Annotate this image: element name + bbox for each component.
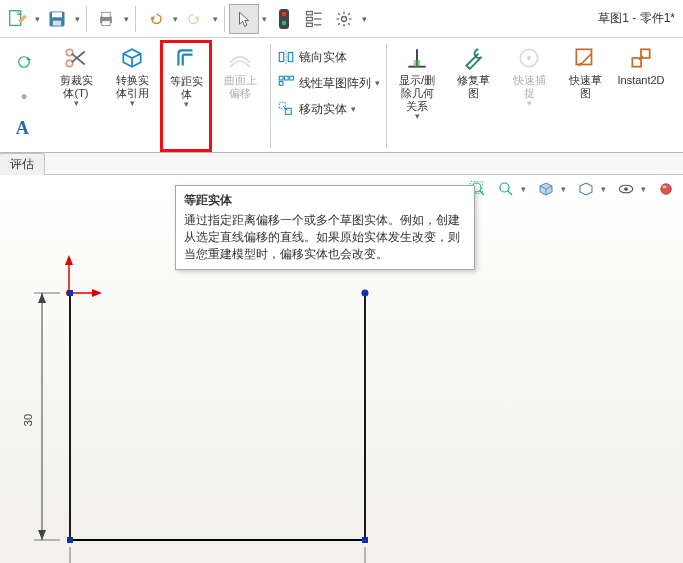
move-dropdown[interactable]: ▾ [351, 104, 356, 114]
separator [386, 44, 387, 148]
transform-stack: 镜向实体 线性草图阵列 ▾ 移动实体 ▾ [273, 40, 384, 152]
pattern-label: 线性草图阵列 [299, 75, 371, 92]
traffic-light-icon[interactable] [269, 4, 299, 34]
mirror-icon [277, 48, 295, 66]
surface-offset-icon [226, 44, 254, 72]
snap-icon [515, 44, 543, 72]
save-dropdown[interactable]: ▾ [72, 14, 82, 24]
repair-col: 修复草 图 [445, 40, 501, 152]
svg-line-23 [338, 13, 340, 15]
trim-col: 剪裁实 体(T) [48, 40, 104, 152]
small-tools-col: ● A [0, 40, 48, 152]
svg-line-33 [72, 52, 85, 63]
instant2d-col: Instant2D [613, 40, 669, 152]
surface-offset-label: 曲面上 偏移 [224, 74, 257, 100]
redo-button[interactable] [180, 4, 210, 34]
offset-label: 等距实 体 [170, 75, 203, 101]
convert-dropdown[interactable] [130, 100, 135, 108]
endpoint[interactable] [362, 537, 368, 543]
repair-sketch-button[interactable]: 修复草 图 [449, 42, 497, 102]
settings-button[interactable] [329, 4, 359, 34]
endpoint[interactable] [362, 290, 369, 297]
convert-label: 转换实 体引用 [116, 74, 149, 100]
new-dropdown[interactable]: ▾ [32, 14, 42, 24]
tooltip-offset-entities: 等距实体 通过指定距离偏移一个或多个草图实体。例如，创建从选定直线偏移的直线。如… [175, 185, 475, 270]
endpoint[interactable] [67, 290, 73, 296]
svg-marker-8 [195, 16, 200, 21]
convert-col: 转换实 体引用 [104, 40, 160, 152]
offset-entities-button[interactable]: 等距实 体 [163, 43, 209, 111]
svg-rect-14 [307, 23, 313, 26]
showrel-col: 显示/删 除几何 关系 [389, 40, 445, 152]
convert-entities-button[interactable]: 转换实 体引用 [108, 42, 156, 110]
separator [270, 44, 271, 148]
wrench-icon [459, 44, 487, 72]
svg-marker-7 [151, 16, 156, 21]
endpoint[interactable] [67, 537, 73, 543]
linear-pattern-button[interactable]: 线性草图阵列 ▾ [277, 72, 380, 94]
scissors-icon [62, 44, 90, 72]
show-delete-relations-button[interactable]: 显示/删 除几何 关系 [393, 42, 441, 123]
move-entities-button[interactable]: 移动实体 ▾ [277, 98, 380, 120]
svg-point-18 [342, 16, 347, 21]
offset-col-highlighted: 等距实 体 [160, 40, 212, 152]
undo-button[interactable] [140, 4, 170, 34]
offset-icon [172, 45, 200, 73]
quicksnap-col: 快速捕 捉 [501, 40, 557, 152]
undo-dropdown[interactable]: ▾ [170, 14, 180, 24]
form-icon[interactable] [299, 4, 329, 34]
svg-point-10 [282, 11, 287, 16]
sketch-lines[interactable] [70, 293, 365, 540]
svg-rect-6 [102, 20, 110, 25]
ribbon: ● A 剪裁实 体(T) 转换实 体引用 等距实 体 曲面上 偏移 [0, 38, 683, 153]
mirror-entities-button[interactable]: 镜向实体 [277, 46, 380, 68]
svg-rect-39 [290, 76, 294, 80]
showrel-dropdown[interactable] [415, 113, 420, 121]
dot-icon[interactable]: ● [20, 89, 27, 103]
svg-rect-35 [288, 53, 293, 62]
new-button[interactable] [2, 4, 32, 34]
svg-line-32 [72, 54, 85, 65]
repair-label: 修复草 图 [457, 74, 490, 100]
showrel-label: 显示/删 除几何 关系 [399, 74, 435, 113]
dimension-height[interactable]: 30 [22, 293, 60, 540]
trim-entities-button[interactable]: 剪裁实 体(T) [52, 42, 100, 110]
select-button[interactable] [229, 4, 259, 34]
document-title: 草图1 - 零件1* [598, 10, 675, 27]
circle-arrow-icon[interactable] [15, 53, 33, 71]
dimension-width[interactable]: 40 [70, 547, 365, 563]
print-dropdown[interactable]: ▾ [121, 14, 131, 24]
dim-height-value: 30 [22, 414, 34, 426]
quick-sketch-button[interactable]: 快速草 图 [561, 42, 609, 102]
settings-dropdown[interactable]: ▾ [359, 14, 369, 24]
trim-dropdown[interactable] [74, 100, 79, 108]
text-tool-icon[interactable]: A [13, 116, 35, 138]
svg-rect-12 [307, 11, 313, 14]
instant2d-icon [627, 44, 655, 72]
svg-rect-13 [307, 17, 313, 20]
cube-icon [118, 44, 146, 72]
tooltip-body: 通过指定距离偏移一个或多个草图实体。例如，创建从选定直线偏移的直线。如果原始实体… [184, 212, 466, 263]
separator [86, 6, 87, 32]
separator [135, 6, 136, 32]
separator [224, 6, 225, 32]
instant2d-button[interactable]: Instant2D [617, 42, 665, 89]
move-icon [277, 100, 295, 118]
pattern-icon [277, 74, 295, 92]
svg-rect-38 [285, 76, 289, 80]
print-button[interactable] [91, 4, 121, 34]
svg-rect-37 [279, 76, 283, 80]
move-label: 移动实体 [299, 101, 347, 118]
svg-text:A: A [16, 118, 30, 138]
save-button[interactable] [42, 4, 72, 34]
surface-offset-col: 曲面上 偏移 [212, 40, 268, 152]
tab-evaluate[interactable]: 评估 [0, 153, 45, 175]
trim-label: 剪裁实 体(T) [60, 74, 93, 100]
pattern-dropdown[interactable]: ▾ [375, 78, 380, 88]
select-dropdown[interactable]: ▾ [259, 14, 269, 24]
redo-dropdown[interactable]: ▾ [210, 14, 220, 24]
quicksketch-label: 快速草 图 [569, 74, 602, 100]
quick-access-toolbar: ▾ ▾ ▾ ▾ ▾ ▾ ▾ 草图1 - 零件1* [0, 0, 683, 38]
quicksnap-label: 快速捕 捉 [513, 74, 546, 100]
offset-dropdown[interactable] [184, 101, 189, 109]
